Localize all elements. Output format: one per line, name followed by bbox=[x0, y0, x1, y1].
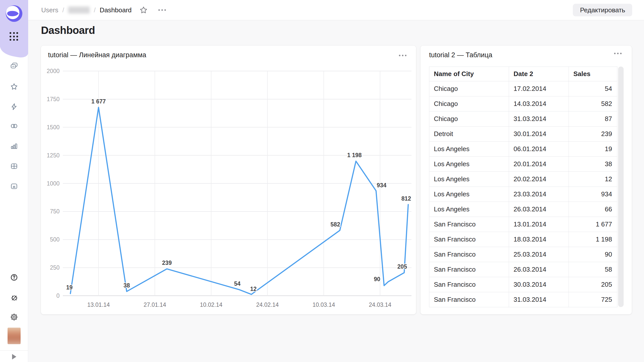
sidebar bbox=[0, 0, 28, 362]
column-header: Date 2 bbox=[509, 67, 569, 81]
line-chart-widget: tutorial — Линейная диаграмма 0250500750… bbox=[41, 46, 416, 314]
svg-text:24.03.14: 24.03.14 bbox=[369, 301, 391, 308]
svg-text:1750: 1750 bbox=[47, 96, 60, 102]
table-cell: 14.03.2014 bbox=[509, 96, 569, 111]
svg-text:934: 934 bbox=[377, 182, 387, 189]
svg-text:1000: 1000 bbox=[47, 180, 60, 187]
table-cell: 06.01.2014 bbox=[509, 142, 569, 157]
breadcrumb-separator: / bbox=[94, 6, 96, 14]
table-cell: 26.03.2014 bbox=[509, 262, 569, 277]
expand-sidebar-button[interactable] bbox=[12, 354, 16, 359]
data-table: Name of City Date 2 Sales Chicago17.02.2… bbox=[429, 67, 617, 307]
table-widget-title: tutorial 2 — Таблица bbox=[429, 51, 492, 59]
table-cell: 20.01.2014 bbox=[509, 157, 569, 172]
breadcrumb-more-icon[interactable] bbox=[158, 9, 166, 11]
table-cell: San Francisco bbox=[429, 292, 509, 307]
table-scrollbar[interactable] bbox=[618, 67, 624, 307]
table-cell: 1 677 bbox=[569, 217, 617, 232]
table-row: San Francisco30.03.2014205 bbox=[429, 277, 617, 292]
breadcrumb-redacted-item[interactable] bbox=[68, 7, 90, 14]
table-row: Detroit30.01.2014239 bbox=[429, 127, 617, 142]
svg-text:239: 239 bbox=[162, 260, 172, 266]
table-cell: 58 bbox=[569, 262, 617, 277]
svg-text:13.01.14: 13.01.14 bbox=[87, 301, 110, 308]
table-cell: San Francisco bbox=[429, 217, 509, 232]
svg-text:500: 500 bbox=[50, 236, 60, 243]
table-cell: San Francisco bbox=[429, 277, 509, 292]
favorites-star-icon[interactable] bbox=[10, 83, 18, 91]
table-cell: Los Angeles bbox=[429, 157, 509, 172]
table-cell: 90 bbox=[569, 247, 617, 262]
storage-icon[interactable] bbox=[10, 182, 18, 190]
table-cell: 20.02.2014 bbox=[509, 172, 569, 187]
settings-gear-icon[interactable] bbox=[10, 313, 18, 321]
workbooks-icon[interactable] bbox=[10, 62, 18, 70]
table-cell: San Francisco bbox=[429, 247, 509, 262]
table-cell: 31.03.2014 bbox=[509, 111, 569, 127]
svg-text:1 198: 1 198 bbox=[347, 152, 362, 158]
apps-grid-icon[interactable] bbox=[10, 32, 19, 41]
svg-text:2000: 2000 bbox=[47, 68, 60, 74]
table-widget: tutorial 2 — Таблица Name of City Date 2… bbox=[421, 46, 632, 314]
editor-lightning-icon[interactable] bbox=[10, 103, 18, 111]
table-cell: Los Angeles bbox=[429, 187, 509, 202]
svg-text:1500: 1500 bbox=[47, 124, 60, 131]
table-row: San Francisco25.03.201490 bbox=[429, 247, 617, 262]
breadcrumb-users-link[interactable]: Users bbox=[41, 6, 58, 14]
table-cell: 18.03.2014 bbox=[509, 232, 569, 247]
line-chart-svg: 02505007501000125015001750200013.01.1427… bbox=[41, 46, 416, 314]
table-cell: 205 bbox=[569, 277, 617, 292]
table-cell: 239 bbox=[569, 127, 617, 142]
table-cell: 1 198 bbox=[569, 232, 617, 247]
table-header-row: Name of City Date 2 Sales bbox=[429, 67, 617, 81]
table-cell: San Francisco bbox=[429, 232, 509, 247]
table-cell: 19 bbox=[569, 142, 617, 157]
help-icon[interactable] bbox=[10, 273, 18, 281]
svg-text:812: 812 bbox=[401, 195, 411, 202]
dashboards-icon[interactable] bbox=[10, 162, 18, 170]
table-cell: 25.03.2014 bbox=[509, 247, 569, 262]
svg-text:1250: 1250 bbox=[47, 152, 60, 159]
table-cell: 725 bbox=[569, 292, 617, 307]
svg-text:10.03.14: 10.03.14 bbox=[312, 301, 335, 308]
charts-icon[interactable] bbox=[10, 142, 18, 150]
table-cell: Los Angeles bbox=[429, 202, 509, 217]
breadcrumb-separator: / bbox=[62, 6, 64, 14]
sidebar-divider bbox=[0, 350, 28, 351]
column-header: Name of City bbox=[429, 67, 509, 81]
table-cell: Chicago bbox=[429, 96, 509, 111]
table-cell: 38 bbox=[569, 157, 617, 172]
table-cell: Chicago bbox=[429, 111, 509, 127]
svg-text:19: 19 bbox=[66, 284, 73, 291]
page-title: Dashboard bbox=[41, 24, 95, 36]
datalens-logo-icon[interactable] bbox=[6, 5, 23, 22]
svg-text:582: 582 bbox=[331, 221, 340, 228]
app-window: Users / / Dashboard Редактировать Dashbo… bbox=[0, 0, 644, 362]
table-row: Chicago17.02.201454 bbox=[429, 81, 617, 96]
table-cell: 23.03.2014 bbox=[509, 187, 569, 202]
svg-text:54: 54 bbox=[234, 280, 241, 287]
table-menu-icon[interactable] bbox=[614, 53, 622, 54]
table-cell: 31.03.2014 bbox=[509, 292, 569, 307]
edit-button[interactable]: Редактировать bbox=[573, 4, 632, 16]
table-cell: 934 bbox=[569, 187, 617, 202]
table-row: San Francisco26.03.201458 bbox=[429, 262, 617, 277]
table-cell: 12 bbox=[569, 172, 617, 187]
svg-text:0: 0 bbox=[56, 292, 60, 299]
dashboard-content: Dashboard tutorial — Линейная диаграмма … bbox=[28, 20, 644, 362]
top-header: Users / / Dashboard Редактировать bbox=[28, 0, 644, 20]
svg-text:750: 750 bbox=[50, 208, 60, 215]
column-header: Sales bbox=[569, 67, 617, 81]
connections-icon[interactable] bbox=[10, 122, 18, 130]
table-row: Los Angeles06.01.201419 bbox=[429, 142, 617, 157]
bug-report-icon[interactable] bbox=[10, 293, 18, 301]
svg-text:12: 12 bbox=[250, 286, 257, 292]
favorite-star-icon[interactable] bbox=[139, 6, 148, 14]
svg-text:1 677: 1 677 bbox=[91, 98, 106, 105]
table-cell: Los Angeles bbox=[429, 172, 509, 187]
table-row: San Francisco13.01.20141 677 bbox=[429, 217, 617, 232]
svg-text:205: 205 bbox=[397, 263, 407, 270]
user-avatar[interactable] bbox=[8, 328, 21, 344]
table-row: Los Angeles23.03.2014934 bbox=[429, 187, 617, 202]
svg-text:250: 250 bbox=[50, 264, 60, 271]
